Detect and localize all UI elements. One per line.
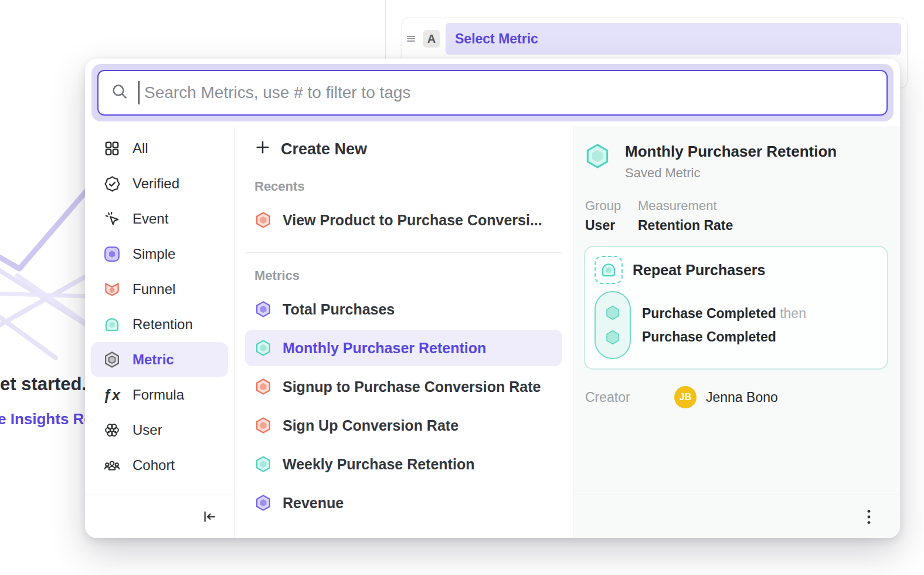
collapse-left-icon[interactable] [202, 509, 218, 525]
sidebar-item-funnel[interactable]: Funnel [91, 272, 228, 307]
row-letter-badge: A [423, 30, 440, 48]
search-box[interactable] [97, 70, 888, 116]
funnel-metric-icon [103, 280, 121, 299]
group-label: Group [585, 198, 638, 214]
retention-definition-icon [595, 256, 623, 284]
metric-row[interactable]: Revenue [245, 485, 562, 521]
detail-footer [573, 495, 900, 538]
measurement-label: Measurement [638, 198, 733, 214]
hexagon-metric-icon [254, 211, 272, 229]
select-metric-button[interactable]: Select Metric [446, 23, 901, 55]
kebab-menu-icon[interactable] [861, 508, 877, 526]
retention-steps-capsule [595, 291, 631, 359]
hexagon-metric-icon-teal [584, 143, 611, 181]
definition-name: Repeat Purchasers [633, 262, 766, 279]
retention-metric-icon [103, 315, 121, 334]
get-started-heading: et started. [0, 374, 87, 395]
measurement-value: Retention Rate [638, 218, 733, 234]
verified-badge-icon [103, 174, 121, 193]
plus-icon [254, 139, 271, 160]
formula-icon: ƒx [103, 385, 121, 404]
user-cluster-icon [103, 421, 121, 439]
avatar: JB [674, 386, 697, 408]
page-column-divider [385, 0, 386, 59]
search-input[interactable] [144, 83, 875, 102]
sidebar-item-formula[interactable]: ƒx Formula [91, 377, 228, 412]
group-value: User [585, 218, 638, 234]
step-1: Purchase Completed then [642, 306, 806, 322]
search-bar-surround [91, 64, 894, 121]
sidebar-item-retention[interactable]: Retention [91, 307, 228, 342]
hexagon-metric-icon [254, 378, 272, 395]
metric-row[interactable]: Total Purchases [245, 291, 562, 327]
hexagon-metric-icon [254, 339, 272, 357]
metric-row[interactable]: Sign Up Conversion Rate [245, 407, 562, 444]
search-icon [110, 82, 129, 103]
step-hexagon-icon [604, 329, 621, 346]
detail-title: Monthly Purchaser Retention [625, 143, 837, 161]
recents-heading: Recents [235, 179, 573, 194]
creator-name: Jenna Bono [706, 390, 778, 405]
sidebar-item-user[interactable]: User [91, 412, 228, 448]
sidebar-item-simple[interactable]: Simple [91, 236, 228, 272]
metric-picker-modal: All Verified Event [85, 59, 900, 538]
text-caret [138, 81, 140, 104]
metric-row-selected[interactable]: Monthly Purchaser Retention [245, 330, 562, 366]
hexagon-metric-icon [254, 300, 272, 318]
sidebar-item-all[interactable]: All [91, 131, 228, 166]
metric-row[interactable]: Weekly Purchase Retention [245, 446, 562, 482]
metrics-heading: Metrics [235, 268, 573, 283]
cohort-icon [103, 456, 121, 475]
insights-report-link[interactable]: e Insights Re [0, 410, 93, 428]
sidebar-item-metric[interactable]: Metric [91, 342, 228, 377]
metric-row[interactable]: Signup to Purchase Conversion Rate [245, 368, 562, 405]
step-hexagon-icon [604, 305, 621, 321]
metric-hexagon-icon [103, 350, 121, 369]
drag-handle-icon[interactable] [406, 32, 417, 46]
step-2: Purchase Completed [642, 329, 806, 345]
hexagon-metric-icon [254, 417, 272, 434]
hexagon-metric-icon [254, 494, 272, 512]
creator-row: Creator JB Jenna Bono [584, 386, 888, 408]
cursor-click-icon [103, 209, 121, 228]
sidebar-item-cohort[interactable]: Cohort [91, 448, 228, 483]
recent-item[interactable]: View Product to Purchase Conversi... [245, 202, 562, 238]
definition-card: Repeat Purchasers Purchase Completed the… [584, 246, 888, 370]
list-divider [245, 252, 562, 253]
hexagon-metric-icon [254, 455, 272, 473]
detail-subtitle: Saved Metric [625, 165, 837, 181]
grid-icon [103, 139, 121, 158]
sidebar-footer [85, 495, 234, 538]
creator-label: Creator [585, 390, 674, 405]
metric-list-column: Create New Recents View Product to Purch… [235, 126, 573, 538]
sidebar-item-event[interactable]: Event [91, 201, 228, 236]
simple-metric-icon [103, 245, 121, 263]
metric-detail-panel: Monthly Purchaser Retention Saved Metric… [573, 126, 900, 538]
create-new-button[interactable]: Create New [235, 134, 573, 164]
sidebar-item-verified[interactable]: Verified [91, 166, 228, 201]
filter-sidebar: All Verified Event [85, 126, 235, 538]
